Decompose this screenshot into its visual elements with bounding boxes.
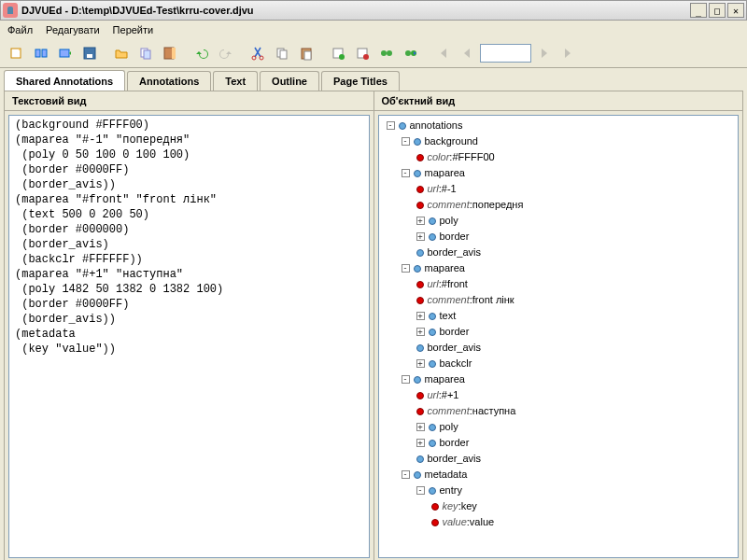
node-icon bbox=[414, 170, 421, 177]
titlebar: DJVUEd - D:\temp\DJVUEd-Test\krru-cover.… bbox=[0, 0, 747, 21]
expand-icon[interactable]: - bbox=[402, 169, 410, 177]
menu-go[interactable]: Перейти bbox=[113, 24, 154, 35]
svg-rect-13 bbox=[280, 50, 287, 59]
leaf-icon bbox=[416, 186, 424, 193]
toolbar-open-icon[interactable] bbox=[30, 42, 52, 64]
toolbar-copy-icon[interactable] bbox=[134, 42, 157, 64]
tab-text[interactable]: Text bbox=[213, 71, 258, 91]
svg-point-11 bbox=[260, 56, 263, 60]
expand-icon[interactable]: + bbox=[416, 312, 425, 320]
toolbar-link2-icon[interactable] bbox=[400, 42, 422, 64]
text-view-title: Текстовий вид bbox=[5, 91, 374, 111]
tab-page-titles[interactable]: Page Titles bbox=[321, 71, 400, 91]
object-tree[interactable]: -annotations -background color : #FFFF00… bbox=[378, 115, 740, 558]
node-icon bbox=[414, 376, 421, 384]
leaf-icon bbox=[431, 503, 439, 511]
node-icon bbox=[414, 138, 421, 146]
svg-point-22 bbox=[405, 50, 411, 56]
node-icon bbox=[429, 217, 436, 225]
expand-icon[interactable]: - bbox=[387, 121, 395, 130]
svg-point-17 bbox=[339, 54, 345, 60]
leaf-icon bbox=[416, 297, 424, 304]
leaf-icon bbox=[416, 202, 424, 209]
tree-root[interactable]: annotations bbox=[410, 118, 463, 133]
expand-icon[interactable]: - bbox=[402, 470, 410, 479]
node-icon bbox=[429, 487, 436, 495]
svg-rect-2 bbox=[42, 49, 47, 57]
expand-icon[interactable]: - bbox=[416, 486, 425, 495]
expand-icon[interactable]: + bbox=[416, 328, 425, 336]
svg-point-19 bbox=[363, 54, 369, 60]
svg-rect-15 bbox=[304, 51, 311, 60]
expand-icon[interactable]: + bbox=[416, 439, 425, 447]
text-view-body[interactable]: (background #FFFF00) (maparea "#-1" "поп… bbox=[8, 115, 370, 558]
toolbar-cut-icon[interactable] bbox=[247, 42, 269, 64]
toolbar-folder-icon[interactable] bbox=[110, 42, 133, 64]
minimize-button[interactable]: _ bbox=[690, 3, 707, 18]
toolbar-undo-icon[interactable] bbox=[190, 42, 213, 64]
toolbar-new-icon[interactable] bbox=[6, 42, 28, 64]
node-icon bbox=[399, 122, 406, 130]
toolbar-paste-icon[interactable] bbox=[295, 42, 317, 64]
tab-annotations[interactable]: Annotations bbox=[127, 71, 211, 91]
svg-rect-5 bbox=[87, 54, 92, 58]
tree-background[interactable]: background bbox=[425, 133, 479, 149]
leaf-icon bbox=[416, 281, 424, 288]
tree-maparea-2[interactable]: maparea bbox=[425, 260, 465, 276]
leaf-icon bbox=[431, 519, 439, 526]
node-icon bbox=[416, 455, 424, 463]
svg-point-21 bbox=[387, 50, 392, 56]
node-icon bbox=[429, 440, 436, 447]
toolbar-link-icon[interactable] bbox=[375, 42, 398, 64]
tab-outline[interactable]: Outline bbox=[260, 71, 319, 91]
tree-maparea-3[interactable]: maparea bbox=[425, 371, 465, 387]
tab-content: Текстовий вид (background #FFFF00) (mapa… bbox=[4, 91, 743, 560]
svg-rect-7 bbox=[144, 50, 150, 59]
node-icon bbox=[429, 360, 436, 368]
node-icon bbox=[414, 265, 421, 273]
object-view-pane: Об'єктний вид -annotations -background c… bbox=[374, 91, 743, 560]
expand-icon[interactable]: + bbox=[416, 359, 425, 368]
toolbar-copy2-icon[interactable] bbox=[271, 42, 293, 64]
expand-icon[interactable]: + bbox=[416, 232, 425, 241]
close-button[interactable]: ✕ bbox=[727, 3, 744, 18]
node-icon bbox=[429, 233, 436, 241]
tree-maparea-1[interactable]: maparea bbox=[425, 165, 465, 181]
menu-file[interactable]: Файл bbox=[7, 24, 33, 35]
tab-bar: Shared Annotations Annotations Text Outl… bbox=[0, 68, 747, 91]
expand-icon[interactable]: - bbox=[402, 264, 410, 273]
node-icon bbox=[429, 424, 436, 431]
node-icon bbox=[416, 249, 424, 257]
toolbar-exit-icon[interactable] bbox=[159, 42, 181, 64]
svg-point-20 bbox=[381, 50, 387, 56]
toolbar-saveas-icon[interactable] bbox=[78, 42, 101, 64]
toolbar-remove-icon[interactable] bbox=[351, 42, 374, 64]
expand-icon[interactable]: - bbox=[402, 137, 410, 146]
maximize-button[interactable]: □ bbox=[709, 3, 726, 18]
node-icon bbox=[429, 313, 436, 320]
expand-icon[interactable]: - bbox=[402, 375, 410, 384]
svg-point-10 bbox=[252, 56, 256, 60]
nav-prev-icon[interactable] bbox=[456, 42, 478, 64]
leaf-icon bbox=[416, 154, 424, 161]
expand-icon[interactable]: + bbox=[416, 217, 425, 225]
toolbar-add-icon[interactable] bbox=[327, 42, 349, 64]
svg-rect-1 bbox=[35, 49, 40, 57]
nav-last-icon[interactable] bbox=[557, 42, 580, 64]
java-icon bbox=[3, 3, 18, 18]
nav-next-icon[interactable] bbox=[533, 42, 556, 64]
svg-rect-9 bbox=[172, 48, 176, 59]
nav-first-icon[interactable] bbox=[431, 42, 454, 64]
toolbar bbox=[0, 39, 747, 68]
page-number-input[interactable] bbox=[480, 44, 531, 63]
node-icon bbox=[414, 471, 421, 479]
menu-edit[interactable]: Редагувати bbox=[46, 24, 100, 35]
node-icon bbox=[416, 344, 424, 352]
menubar: Файл Редагувати Перейти bbox=[0, 21, 747, 39]
tree-metadata[interactable]: metadata bbox=[425, 467, 468, 483]
leaf-icon bbox=[416, 392, 424, 399]
expand-icon[interactable]: + bbox=[416, 423, 425, 431]
toolbar-redo-icon[interactable] bbox=[215, 42, 237, 64]
toolbar-save-icon[interactable] bbox=[54, 42, 77, 64]
tab-shared-annotations[interactable]: Shared Annotations bbox=[4, 70, 125, 91]
